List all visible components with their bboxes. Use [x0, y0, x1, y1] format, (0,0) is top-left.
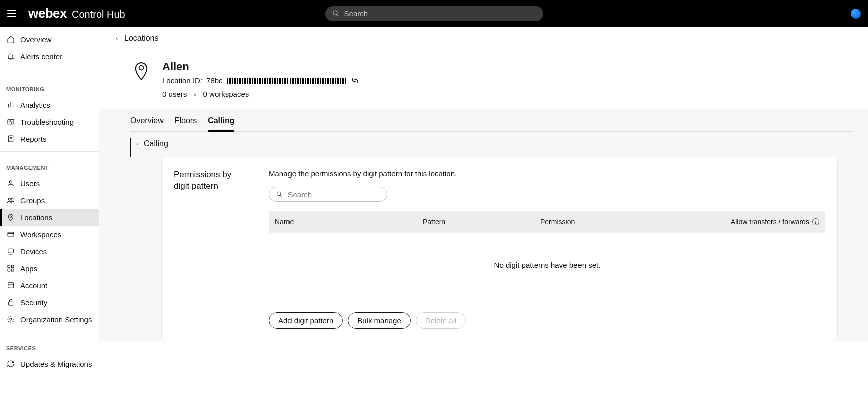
- tab-calling[interactable]: Calling: [208, 109, 234, 131]
- breadcrumb-label[interactable]: Locations: [124, 34, 159, 43]
- device-icon: [6, 247, 15, 256]
- search-icon: [276, 191, 282, 198]
- sidebar-item-users[interactable]: Users: [0, 175, 99, 192]
- lock-icon: [6, 298, 15, 307]
- location-header: Allen Location ID: 78bc 0 users 0 worksp…: [99, 50, 868, 109]
- svg-rect-24: [8, 302, 13, 305]
- sidebar-heading-services: SERVICES: [0, 336, 99, 355]
- brand-secondary: Control Hub: [72, 9, 125, 20]
- pattern-search[interactable]: [269, 187, 387, 202]
- brand-logo: webex Control Hub: [28, 6, 125, 21]
- sidebar: Overview Alerts center MONITORING Analyt…: [0, 27, 99, 416]
- sidebar-divider: [0, 73, 99, 73]
- search-icon: [332, 10, 339, 17]
- home-icon: [6, 35, 15, 44]
- document-icon: [6, 134, 15, 143]
- chevron-left-icon[interactable]: [114, 34, 119, 42]
- sidebar-item-account[interactable]: Account: [0, 277, 99, 294]
- sidebar-item-label: Overview: [20, 35, 52, 44]
- sidebar-divider: [0, 332, 99, 332]
- table-empty-message: No digit patterns have been set.: [269, 233, 825, 297]
- sidebar-item-workspaces[interactable]: Workspaces: [0, 226, 99, 243]
- user-icon: [6, 179, 15, 188]
- sidebar-item-updates[interactable]: Updates & Migrations: [0, 355, 99, 372]
- sidebar-item-label: Alerts center: [20, 52, 62, 61]
- location-pin-icon: [133, 60, 149, 80]
- permissions-card: Permissions by digit pattern Manage the …: [161, 157, 838, 341]
- sub-breadcrumb-label[interactable]: Calling: [144, 139, 168, 148]
- global-search[interactable]: [325, 6, 543, 21]
- location-id-row: Location ID: 78bc: [162, 76, 359, 85]
- sidebar-item-label: Locations: [20, 213, 52, 222]
- svg-rect-18: [8, 265, 10, 268]
- sidebar-item-security[interactable]: Security: [0, 294, 99, 311]
- sidebar-item-devices[interactable]: Devices: [0, 243, 99, 260]
- column-allow-label: Allow transfers / forwards: [731, 218, 809, 226]
- sidebar-item-label: Devices: [20, 247, 47, 256]
- add-digit-pattern-button[interactable]: Add digit pattern: [269, 312, 343, 329]
- diagnostic-icon: [6, 117, 15, 126]
- svg-point-26: [139, 66, 144, 70]
- panel-title: Permissions by digit pattern: [174, 169, 249, 192]
- sidebar-item-label: Groups: [20, 196, 45, 205]
- svg-rect-21: [11, 269, 14, 271]
- sub-breadcrumb[interactable]: Calling: [130, 138, 853, 157]
- separator-dot: [194, 94, 196, 96]
- user-avatar[interactable]: [851, 9, 861, 19]
- location-counts: 0 users 0 workspaces: [162, 90, 359, 98]
- workspace-icon: [6, 230, 15, 239]
- chevron-left-icon[interactable]: [135, 140, 140, 147]
- bulk-manage-button[interactable]: Bulk manage: [348, 312, 411, 329]
- sidebar-item-groups[interactable]: Groups: [0, 192, 99, 209]
- svg-point-10: [9, 181, 12, 183]
- svg-rect-14: [8, 232, 14, 236]
- sidebar-item-reports[interactable]: Reports: [0, 130, 99, 147]
- svg-point-25: [10, 318, 12, 320]
- tabs: Overview Floors Calling: [130, 109, 853, 132]
- column-name: Name: [275, 218, 423, 226]
- gear-icon: [6, 315, 15, 324]
- breadcrumb[interactable]: Locations: [99, 27, 868, 50]
- main-content: Locations Allen Location ID: 78bc 0 user…: [99, 27, 868, 416]
- brand-primary: webex: [28, 6, 67, 21]
- sidebar-item-overview[interactable]: Overview: [0, 31, 99, 48]
- apps-icon: [6, 264, 15, 273]
- sidebar-item-analytics[interactable]: Analytics: [0, 96, 99, 113]
- bell-icon: [6, 52, 15, 61]
- sidebar-item-apps[interactable]: Apps: [0, 260, 99, 277]
- sidebar-item-label: Analytics: [20, 101, 50, 109]
- sidebar-item-locations[interactable]: Locations: [0, 209, 99, 226]
- sidebar-item-troubleshooting[interactable]: Troubleshooting: [0, 113, 99, 130]
- svg-rect-22: [8, 283, 14, 288]
- svg-line-30: [280, 195, 282, 197]
- panel-actions: Add digit pattern Bulk manage Delete all: [269, 312, 825, 329]
- sidebar-item-label: Organization Settings: [20, 315, 92, 324]
- svg-point-0: [333, 11, 337, 15]
- location-id-label: Location ID:: [162, 76, 202, 85]
- svg-rect-20: [8, 269, 10, 271]
- menu-toggle-icon[interactable]: [7, 8, 19, 20]
- svg-rect-19: [11, 265, 14, 268]
- top-bar: webex Control Hub: [0, 0, 868, 27]
- copy-icon[interactable]: [351, 77, 359, 84]
- sidebar-heading-management: MANAGEMENT: [0, 156, 99, 175]
- svg-rect-16: [8, 249, 14, 253]
- pattern-search-input[interactable]: [287, 190, 380, 199]
- sidebar-item-label: Troubleshooting: [20, 118, 74, 126]
- sidebar-item-label: Security: [20, 298, 47, 307]
- sidebar-item-label: Workspaces: [20, 230, 61, 239]
- tab-floors[interactable]: Floors: [175, 109, 197, 131]
- svg-point-29: [277, 192, 281, 195]
- global-search-input[interactable]: [344, 9, 536, 18]
- tab-overview[interactable]: Overview: [130, 109, 164, 131]
- refresh-icon: [6, 359, 15, 368]
- sidebar-heading-monitoring: MONITORING: [0, 77, 99, 96]
- info-icon[interactable]: i: [812, 218, 819, 225]
- location-id-redacted: [227, 78, 347, 84]
- svg-point-11: [8, 198, 10, 200]
- sidebar-item-label: Reports: [20, 135, 47, 143]
- sidebar-item-alerts[interactable]: Alerts center: [0, 48, 99, 65]
- group-icon: [6, 196, 15, 205]
- account-icon: [6, 281, 15, 290]
- sidebar-item-org-settings[interactable]: Organization Settings: [0, 311, 99, 328]
